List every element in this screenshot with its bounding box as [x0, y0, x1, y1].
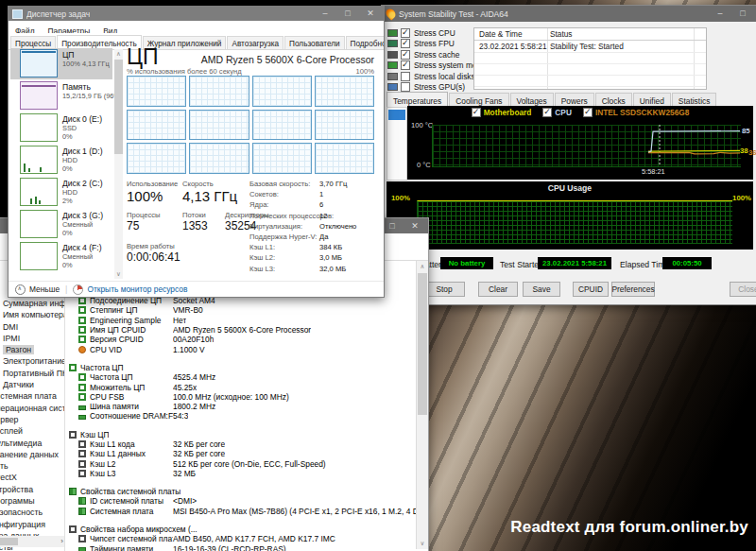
detail-value: Да: [319, 232, 328, 241]
task-manager-titlebar[interactable]: Диспетчер задач –□✕: [9, 7, 384, 21]
close-button: Close: [730, 282, 756, 297]
info-row: Шина памяти1800.2 MHz: [66, 402, 416, 411]
info-value: Нет: [173, 316, 186, 325]
ram-icon: [78, 547, 86, 551]
series-current-value: 38: [740, 146, 748, 155]
stability-tabs: TemperaturesCooling FansVoltagesPowersCl…: [387, 91, 751, 107]
cpuid-button[interactable]: CPUID: [573, 282, 609, 297]
task-manager-app-icon: [12, 9, 23, 19]
core-usage-cell: [315, 76, 374, 107]
sidebar-item-cpu[interactable]: ЦП100% 4,13 ГГц: [10, 48, 112, 79]
close-button[interactable]: ✕: [404, 222, 426, 231]
close-button[interactable]: ✕: [359, 9, 382, 18]
sidebar-item-диск-0-e-[interactable]: Диск 0 (E:)SSD0%: [10, 112, 112, 144]
stability-log-table[interactable]: Date & TimeStatus23.02.2021 5:58:21Stabi…: [473, 27, 707, 90]
minimize-button[interactable]: –: [314, 9, 336, 18]
sidebar-item-память[interactable]: Память15,2/15,9 ГБ (96%): [10, 80, 112, 112]
tree-item-сервер[interactable]: Сервер: [0, 414, 64, 425]
checkbox[interactable]: [401, 72, 410, 81]
checkbox[interactable]: [401, 60, 410, 70]
sidebar-item-диск-1-d-[interactable]: Диск 1 (D:)HDD0%: [10, 145, 112, 176]
sidebar-item-detail: 100% 4,13 ГГц: [62, 60, 110, 68]
tree-item-сеть[interactable]: Сеть: [0, 460, 64, 472]
sidebar-scrollbar[interactable]: ∧ ∨: [114, 49, 123, 279]
stat-label: Потоки: [182, 211, 206, 219]
info-label: Кэш L1 кода: [90, 439, 173, 449]
tree-item-ipmi[interactable]: IPMI: [0, 333, 64, 344]
info-row: Engineering SampleНет: [66, 316, 416, 325]
sidebar-item-name: Диск 1 (D:): [62, 146, 103, 156]
tree-item-дисплей[interactable]: Дисплей: [0, 425, 64, 437]
cpu-icon: [78, 336, 86, 343]
clear-button[interactable]: Clear: [478, 282, 518, 297]
cache-icon: [69, 431, 77, 439]
info-vertical-scrollbar[interactable]: ∧ ∨: [416, 261, 428, 549]
checkbox[interactable]: [401, 28, 410, 38]
scroll-up-arrow-icon[interactable]: ∧: [114, 49, 123, 59]
info-label: CPU FSB: [90, 392, 173, 402]
scrollbar-thumb[interactable]: [114, 60, 123, 154]
usage-left-label: 100%: [391, 194, 410, 202]
tab-автозагрузка[interactable]: Автозагрузка: [227, 36, 284, 50]
detail-label: Кэш L3:: [249, 265, 318, 273]
tree-item-разгон[interactable]: Разгон: [0, 344, 64, 355]
sidebar-item-диск-4-f-[interactable]: Диск 4 (F:)Сменный0%: [10, 241, 112, 272]
preferences-button[interactable]: Preferences: [611, 282, 655, 297]
tree-item-directx[interactable]: DirectX: [0, 472, 64, 483]
info-value: 4525.4 MHz: [173, 372, 215, 382]
info-row: Имя ЦП CPUIDAMD Ryzen 5 5600X 6-Core Pro…: [66, 325, 416, 335]
scrollbar-thumb[interactable]: [418, 273, 427, 415]
tree-item-системная-плата[interactable]: Системная плата: [0, 390, 64, 402]
cache-icon: [78, 470, 86, 477]
tree-item-конфигурация[interactable]: Конфигурация: [0, 519, 64, 530]
info-label: CPU VID: [90, 345, 173, 354]
scroll-down-arrow-icon[interactable]: ∨: [114, 269, 123, 279]
tree-item-dmi[interactable]: DMI: [0, 321, 64, 333]
cpu-usage-title: CPU Usage: [387, 183, 753, 193]
info-label: Свойства системной платы: [80, 487, 180, 496]
tab-подробности[interactable]: Подробности: [346, 36, 384, 50]
tree-horizontal-scrollbar[interactable]: ›: [0, 536, 64, 547]
info-label: Кэш ЦП: [80, 430, 109, 439]
stat-label: Использование: [127, 180, 178, 188]
scroll-right-arrow-icon[interactable]: ›: [60, 536, 63, 547]
sensor-list-panel[interactable]: [387, 107, 407, 181]
tree-item-операционная-система[interactable]: Операционная система: [0, 403, 64, 414]
cpu-icon: [78, 306, 86, 314]
tree-item-мультимедиа[interactable]: Мультимедиа: [0, 438, 64, 449]
info-value: MSI B450-A Pro Max (MS-7B86) (4 PCI-E x1…: [173, 507, 416, 516]
stability-titlebar[interactable]: System Stability Test - AIDA64 –□: [382, 6, 756, 22]
tree-item-безопасность[interactable]: Безопасность: [0, 507, 64, 518]
stop-button[interactable]: Stop: [423, 282, 465, 297]
tree-item-датчики[interactable]: Датчики: [0, 379, 64, 390]
checkbox[interactable]: [401, 50, 410, 60]
tree-item-электропитание[interactable]: Электропитание: [0, 355, 64, 367]
open-resource-monitor-link[interactable]: Открыть монитор ресурсов: [87, 284, 187, 294]
info-row: Кэш L332 МБ: [66, 469, 416, 478]
tree-item-суммарная-информация[interactable]: Суммарная информация: [0, 298, 64, 309]
tree-item-хранение-данных[interactable]: Хранение данных: [0, 449, 64, 460]
sidebar-item-диск-3-g-[interactable]: Диск 3 (G:)Сменный0%: [10, 209, 112, 240]
freq-icon: [78, 384, 86, 391]
tree-item-имя-компьютера[interactable]: Имя компьютера: [0, 309, 64, 320]
tree-item-портативный-пк[interactable]: Портативный ПК: [0, 368, 64, 379]
status-value-display: 23.02.2021 5:58:21: [538, 257, 611, 269]
tab-пользователи[interactable]: Пользователи: [284, 36, 344, 50]
selected-sensor-bar: [388, 110, 405, 120]
scroll-down-arrow-icon[interactable]: ∨: [417, 539, 428, 548]
maximize-button[interactable]: □: [336, 9, 359, 18]
scrollbar-thumb[interactable]: [0, 538, 18, 545]
tree-item-устройства[interactable]: Устройства: [0, 484, 64, 495]
minimize-button[interactable]: –: [709, 9, 731, 18]
info-value: VMR-B0: [173, 305, 203, 315]
mini-graph-icon: [20, 178, 58, 206]
sidebar-item-detail: 2%: [62, 197, 73, 205]
sidebar-item-диск-2-c-[interactable]: Диск 2 (C:)HDD2%: [10, 177, 112, 208]
tree-item-программы[interactable]: Программы: [0, 495, 64, 507]
save-button[interactable]: Save: [523, 282, 560, 297]
maximize-button[interactable]: □: [731, 9, 754, 18]
cpu-icon: [387, 29, 398, 37]
checkbox[interactable]: [401, 39, 410, 48]
less-details-button[interactable]: Меньше: [29, 284, 60, 294]
scroll-up-arrow-icon[interactable]: ∧: [417, 262, 428, 271]
